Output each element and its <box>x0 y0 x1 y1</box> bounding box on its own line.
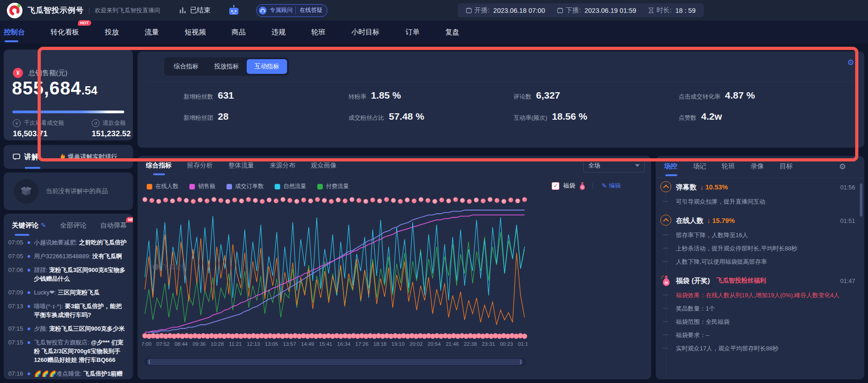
new-badge: NEW <box>126 217 133 222</box>
explain-empty-state: 当前没有讲解中的商品 <box>4 172 133 210</box>
timeline-note: 奖品数量：1个 <box>656 304 855 313</box>
comment-dot <box>28 269 30 272</box>
comment-body: 甜甜: 宠粉飞瓜3区间900克6宝物多少钱赠品什么 <box>34 266 127 283</box>
control-tab-4[interactable]: 目标 <box>780 162 793 176</box>
control-tab-2[interactable]: 轮班 <box>722 162 735 176</box>
comment-item: 07:15飞瓜智投官方旗舰店: @夕*** 们宠粉 飞瓜2/3区间700g6宝物… <box>8 338 127 364</box>
comment-time: 07:15 <box>8 338 27 364</box>
bag-checkbox[interactable]: ✓ <box>552 182 559 190</box>
control-tab-3[interactable]: 录像 <box>751 162 764 176</box>
control-tab-0[interactable]: 场控 <box>664 162 677 176</box>
comment-time: 07:09 <box>8 288 27 297</box>
legend-item-0[interactable]: 在线人数 <box>147 183 178 190</box>
chart-legend: 在线人数销售额成交订单数自然流量付费流量 <box>147 183 349 190</box>
comments-list: 07:05小越说她要减肥: 之前吃的飞瓜倍护07:05用户32266135488… <box>4 230 133 379</box>
comment-user: Lucky❤: <box>34 289 58 296</box>
timeline-item-title: 福袋 (开奖) <box>676 277 710 285</box>
comment-user: 用户3226613548889: <box>34 253 92 260</box>
legend-item-1[interactable]: 销售额 <box>189 183 216 190</box>
comments-tab-2[interactable]: 自动弹幕NEW <box>100 221 127 230</box>
range-selector-dropdown[interactable]: 全场 <box>583 158 645 172</box>
timeline-item-time: 01:56 <box>840 184 855 191</box>
collapse-chevron-icon[interactable] <box>660 215 671 226</box>
header-divider: | <box>88 7 90 14</box>
scrollbar-thumb[interactable] <box>860 183 862 216</box>
sales-progress-bar <box>12 111 124 113</box>
chart-tab-1[interactable]: 留存分析 <box>187 161 213 175</box>
bag-checkbox-label: 福袋 <box>563 182 575 190</box>
legend-swatch <box>147 184 152 189</box>
comment-user: 甜甜: <box>34 266 49 273</box>
nav-tab-2[interactable]: 投放 <box>105 21 119 43</box>
chart-tab-3[interactable]: 来源分布 <box>270 161 295 175</box>
chart-tab-2[interactable]: 整体流量 <box>228 161 254 175</box>
metric-label: 点击成交转化率 <box>679 93 720 101</box>
legend-item-4[interactable]: 付费流量 <box>317 183 349 190</box>
chart-tab-0[interactable]: 综合指标 <box>146 161 171 175</box>
gear-icon[interactable]: ⚙ <box>839 162 846 172</box>
timeline-note: 人数下降,可以使用福袋提高留存率 <box>656 257 855 266</box>
edit-button[interactable]: ✎ 编辑 <box>599 182 621 190</box>
yuan-icon: ¥ <box>13 119 21 127</box>
comment-dot <box>28 291 30 294</box>
bag-edit-controls: ✓ 福袋 福 ✎ 编辑 <box>552 182 621 190</box>
consultant-badge[interactable]: 专属顾问 在线答疑 <box>256 4 327 17</box>
metrics-tab-0[interactable]: 综合指标 <box>166 59 206 74</box>
timeline-note: 福袋范围：全民福袋 <box>656 317 855 326</box>
metric-label: 新增粉丝数 <box>183 93 213 101</box>
chart-range-slider[interactable] <box>144 358 526 366</box>
nav-tab-1[interactable]: 转化看板HOT <box>51 21 79 43</box>
comment-time: 07:05 <box>8 252 27 261</box>
comment-time: 07:13 <box>8 302 27 319</box>
comment-time: 07:05 <box>8 238 27 247</box>
collapse-chevron-icon[interactable] <box>660 181 671 192</box>
chart-tab-4[interactable]: 观众画像 <box>311 161 337 175</box>
nav-tab-5[interactable]: 商品 <box>232 21 246 43</box>
nav-tab-9[interactable]: 订单 <box>405 21 420 43</box>
metric-value: 1.85 % <box>371 90 401 101</box>
start-time-label: 开播: <box>466 6 490 15</box>
comment-dot <box>28 372 30 375</box>
control-tab-1[interactable]: 场记 <box>693 162 706 176</box>
svg-text:07:00: 07:00 <box>142 341 151 347</box>
svg-text:00:23: 00:23 <box>500 341 513 347</box>
metrics-tab-1[interactable]: 投放指标 <box>206 59 247 74</box>
nav-tab-6[interactable]: 违规 <box>271 21 286 43</box>
gear-icon[interactable]: ⚙ <box>847 58 854 67</box>
nav-tab-0[interactable]: 控制台 <box>4 21 25 43</box>
timeline-item-head[interactable]: 弹幕数↓ 10.53%01:56 <box>656 182 855 193</box>
comment-dot <box>28 327 30 330</box>
nav-tab-4[interactable]: 短视频 <box>185 21 206 43</box>
tab-explain[interactable]: 讲解 <box>13 152 39 162</box>
nav-tab-7[interactable]: 轮班 <box>311 21 326 43</box>
timeline-item-head[interactable]: 在线人数↓ 15.79%01:51 <box>656 215 855 226</box>
svg-text:08:44: 08:44 <box>174 341 188 347</box>
account-title: 飞瓜智投示例号 <box>28 5 84 16</box>
legend-item-3[interactable]: 自然流量 <box>275 183 306 190</box>
svg-text:福: 福 <box>581 186 584 189</box>
timeline-note: 福袋要求：-- <box>656 331 855 339</box>
comments-tab-0[interactable]: 关键评论✎ <box>12 221 46 230</box>
comment-body: 🌈🌈🌈准点睡觉: 飞瓜倍护1箱赠品 <box>34 369 127 379</box>
lucky-bag-icon[interactable]: 福 <box>660 275 672 289</box>
timeline-item-head[interactable]: 福福袋 (开奖)飞瓜智投粉丝福利01:47 <box>656 275 855 286</box>
timeline-note: 可引导观众扣屏，提升直播间互动 <box>656 197 855 206</box>
live-status: 已结束 <box>179 6 210 15</box>
event-timeline: 弹幕数↓ 10.53%01:56可引导观众扣屏，提升直播间互动在线人数↓ 15.… <box>656 182 855 362</box>
nav-tab-10[interactable]: 复盘 <box>445 21 459 43</box>
nav-tab-3[interactable]: 流量 <box>145 21 159 43</box>
nav-tab-8[interactable]: 小时目标 <box>351 21 380 43</box>
metric-value: 4.87 % <box>725 90 755 101</box>
metrics-line-chart[interactable]: 07:0007:5208:4409:3610:2811:2112:1313:05… <box>142 194 527 348</box>
timeline-item-1: 在线人数↓ 15.79%01:51留存率下降，人数降至16人上秒杀活动，提升观众… <box>656 215 855 266</box>
metrics-panel: 综合指标投放指标互动指标 ⚙ 新增粉丝数631转粉率1.85 %评论数6,327… <box>138 51 864 148</box>
legend-item-2[interactable]: 成交订单数 <box>227 183 264 190</box>
metric-cell-7: 点赞数4.2w <box>679 111 846 126</box>
comments-tab-1[interactable]: 全部评论 <box>60 221 87 230</box>
timeline-item-title: 在线人数 <box>676 216 703 225</box>
robot-assistant-icon[interactable] <box>228 5 240 16</box>
comment-body: 夕颜: 宠粉飞瓜三区间900克多少米 <box>34 324 125 333</box>
tab-hot-explain-ranking[interactable]: 爆单讲解实时排行 <box>59 153 117 161</box>
metrics-tab-2[interactable]: 互动指标 <box>247 59 287 74</box>
separator <box>592 183 593 189</box>
